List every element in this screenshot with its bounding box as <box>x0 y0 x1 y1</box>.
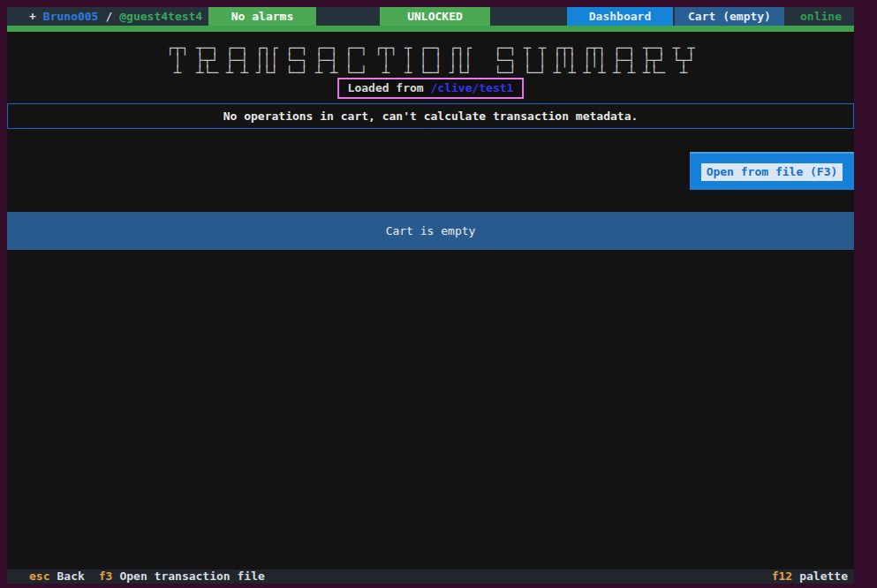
open-from-file-button[interactable]: Open from file (F3) <box>690 152 854 190</box>
lock-status-badge[interactable]: UNLOCKED <box>380 7 490 26</box>
topbar-divider <box>7 26 854 32</box>
shortcut-key: esc <box>29 569 49 584</box>
shortcut-key: f3 <box>99 569 113 584</box>
shortcut-label: Back <box>57 569 84 584</box>
account-info: + Bruno005 / @guest4test4 <box>29 7 202 26</box>
alarms-status-badge[interactable]: No alarms <box>208 7 316 26</box>
shortcut-f3-open-transaction-file[interactable]: f3 Open transaction file <box>99 569 265 584</box>
shortcut-label: Open transaction file <box>119 569 264 584</box>
shortcuts-right: f12 palette <box>772 569 848 584</box>
shortcut-label: palette <box>799 569 848 584</box>
desktop-background: + Bruno005 / @guest4test4 No alarms UNLO… <box>0 0 877 588</box>
shortcut-key: f12 <box>772 569 792 584</box>
tab-cart[interactable]: Cart (empty) <box>675 7 784 26</box>
shortcut-f12-palette[interactable]: f12 palette <box>772 569 848 584</box>
cart-empty-bar: Cart is empty <box>7 212 854 250</box>
page-title-ascii-line: ┌┬┐ ┬─┐ ┌─┐ ┌┐┌ ┌─┐ ┌─┐ ┌─┐ ┌┬┐ ┬ ┌─┐ ┌┐… <box>7 41 854 54</box>
open-from-file-button-label: Open from file (F3) <box>701 163 843 181</box>
shortcuts-left: esc Back f3 Open transaction file <box>29 569 265 584</box>
username[interactable]: Bruno005 <box>43 7 99 26</box>
page-title-ascii-line: ┴ ┴└─ ┴ ┴ ┘└┘ └─┘ ┴ ┴ └─┘ ┴ ┴ └─┘ ┘└┘ └─… <box>7 66 854 79</box>
connection-status: online <box>800 7 842 26</box>
tab-dashboard[interactable]: Dashboard <box>567 7 673 26</box>
account-separator: / <box>105 7 112 26</box>
page-title-ascii-line: │ ├┬┘ ├─┤ │││ └─┐ ├─┤ │ │ │ │ │ │││ └─┐ … <box>7 54 854 66</box>
loaded-file-path: /clive/test1 <box>431 81 514 94</box>
page-title: ┌┬┐ ┬─┐ ┌─┐ ┌┐┌ ┌─┐ ┌─┐ ┌─┐ ┌┬┐ ┬ ┌─┐ ┌┐… <box>7 41 854 79</box>
shortcut-esc-back[interactable]: esc Back <box>29 569 85 584</box>
loaded-from-label: Loaded from <box>348 81 431 94</box>
profile-handle[interactable]: @guest4test4 <box>119 7 202 26</box>
plus-icon: + <box>29 7 36 26</box>
notice-banner: No operations in cart, can't calculate t… <box>7 103 854 129</box>
loaded-from-box: Loaded from /clive/test1 <box>337 78 525 99</box>
top-status-bar: + Bruno005 / @guest4test4 No alarms UNLO… <box>7 7 854 26</box>
terminal-window: + Bruno005 / @guest4test4 No alarms UNLO… <box>7 7 854 584</box>
bottom-shortcut-bar: esc Back f3 Open transaction file f12 pa… <box>7 569 854 584</box>
